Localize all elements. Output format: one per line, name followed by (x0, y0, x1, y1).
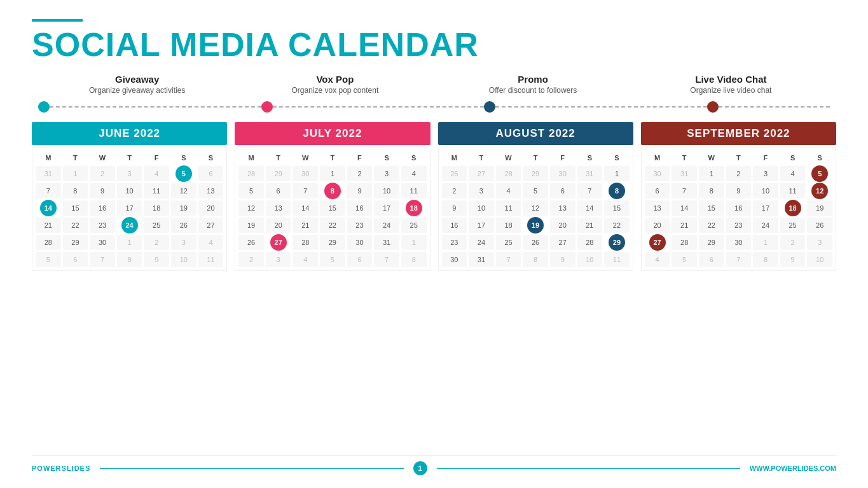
sep-d-3: 3 (753, 166, 778, 181)
timeline-line-3 (495, 106, 707, 108)
sep-d-8: 8 (699, 183, 724, 199)
aug-dh-m: M (441, 151, 468, 165)
sep-d-7post: 7 (726, 252, 752, 267)
july-d-24: 24 (374, 218, 399, 233)
june-d-3pre: 3 (117, 166, 142, 181)
july-d-7: 7 (293, 183, 318, 199)
july-d-18-wrap: 18 (401, 200, 427, 216)
footer-website: WWW.POWERLIDES.COM (750, 464, 836, 472)
sep-d-4: 4 (780, 166, 806, 181)
timeline-segment-2 (261, 101, 485, 113)
aug-d-21: 21 (577, 218, 603, 233)
calendar-july: JULY 2022 M T W T F S S 28 29 30 1 2 3 (235, 122, 430, 446)
sep-d-23: 23 (726, 218, 752, 233)
aug-d-31b: 31 (469, 252, 494, 267)
july-d-15: 15 (320, 200, 345, 216)
june-d-29: 29 (63, 235, 88, 250)
aug-dh-s1: S (577, 151, 603, 165)
july-d-27-wrap: 27 (265, 234, 292, 251)
aug-d-11: 11 (496, 200, 521, 216)
july-d-3: 3 (374, 166, 399, 181)
category-livevideo-name: Live Video Chat (632, 74, 830, 85)
aug-d-30: 30 (442, 252, 467, 267)
sep-d-24: 24 (753, 218, 778, 233)
july-d-20: 20 (266, 218, 291, 233)
aug-d-20: 20 (550, 218, 575, 233)
aug-d-3: 3 (469, 183, 494, 199)
category-giveaway-desc: Organize giveaway activities (38, 86, 236, 95)
june-d-11: 11 (144, 183, 169, 199)
sep-d-30: 30 (645, 166, 670, 181)
sep-d-31: 31 (672, 166, 697, 181)
timeline-dot-blue (38, 101, 50, 113)
july-d-2post: 2 (238, 252, 264, 267)
aug-dh-w: W (495, 151, 522, 165)
footer-line-left (100, 468, 403, 469)
aug-d-25: 25 (496, 235, 521, 250)
july-d-26: 26 (238, 235, 264, 250)
footer-brand-black: POWER (32, 464, 62, 472)
footer-page-badge: 1 (413, 461, 427, 475)
july-d-16: 16 (347, 200, 373, 216)
june-d-7: 7 (36, 183, 61, 199)
june-dh-s2: S (198, 151, 224, 165)
june-d-20: 20 (198, 200, 224, 216)
june-dh-t2: T (116, 151, 143, 165)
sep-d-18: 18 (785, 200, 801, 216)
sep-d-11: 11 (780, 183, 806, 199)
july-d-3post: 3 (266, 252, 291, 267)
july-grid: M T W T F S S 28 29 30 1 2 3 4 5 (238, 151, 427, 268)
july-d-21: 21 (293, 218, 318, 233)
title-cyan: CALENDAR (288, 26, 479, 63)
calendar-june: JUNE 2022 M T W T F S S 31 1 2 3 4 5 (32, 122, 227, 446)
sep-dh-t2: T (726, 151, 752, 165)
september-grid: M T W T F S S 30 31 1 2 3 4 5 6 (644, 151, 833, 268)
july-d-8post: 8 (401, 252, 427, 267)
category-promo-name: Promo (434, 74, 632, 85)
sep-dh-s1: S (780, 151, 806, 165)
sep-d-8post: 8 (753, 252, 778, 267)
aug-d-23: 23 (442, 235, 467, 250)
july-d-17: 17 (374, 200, 399, 216)
category-row: Giveaway Organize giveaway activities Vo… (32, 74, 836, 95)
page-title: SOCIAL MEDIA CALENDAR (32, 28, 836, 61)
timeline-segment-1 (38, 101, 261, 113)
june-d-8post: 8 (117, 252, 142, 267)
june-d-26: 26 (171, 218, 196, 233)
timeline-line-1 (50, 106, 261, 108)
sep-d-7: 7 (672, 183, 697, 199)
header: SOCIAL MEDIA CALENDAR (32, 19, 836, 61)
category-promo: Promo Offer discount to followers (434, 74, 632, 95)
aug-dh-t1: T (468, 151, 495, 165)
timeline-segment-3 (484, 101, 707, 113)
sep-d-4post: 4 (645, 252, 670, 267)
aug-d-19: 19 (527, 217, 544, 234)
july-d-8-wrap: 8 (319, 183, 346, 199)
june-d-1post: 1 (117, 235, 142, 250)
sep-d-5: 5 (811, 165, 828, 182)
aug-d-26: 26 (442, 166, 467, 181)
aug-d-11post: 11 (604, 252, 630, 267)
aug-d-29: 29 (609, 234, 625, 251)
aug-d-9: 9 (442, 200, 467, 216)
july-d-5: 5 (238, 183, 264, 199)
aug-d-15: 15 (604, 200, 630, 216)
june-d-9post: 9 (144, 252, 169, 267)
july-d-6: 6 (266, 183, 291, 199)
july-d-2: 2 (347, 166, 373, 181)
june-d-2post: 2 (144, 235, 169, 250)
june-d-22: 22 (63, 218, 88, 233)
page: SOCIAL MEDIA CALENDAR Giveaway Organize … (0, 0, 868, 488)
title-black: SOCIAL MEDIA (32, 26, 288, 63)
aug-d-28b: 28 (577, 235, 603, 250)
category-voxpop-desc: Organize vox pop content (236, 86, 434, 95)
timeline-dot-dark-red (707, 101, 719, 113)
category-livevideo-desc: Organize live video chat (632, 86, 830, 95)
aug-d-8post: 8 (523, 252, 548, 267)
aug-dh-t2: T (522, 151, 549, 165)
june-d-23: 23 (90, 218, 115, 233)
footer-line-right (437, 468, 740, 469)
july-d-7post: 7 (374, 252, 399, 267)
july-d-1: 1 (320, 166, 345, 181)
timeline-dot-pink (261, 101, 273, 113)
